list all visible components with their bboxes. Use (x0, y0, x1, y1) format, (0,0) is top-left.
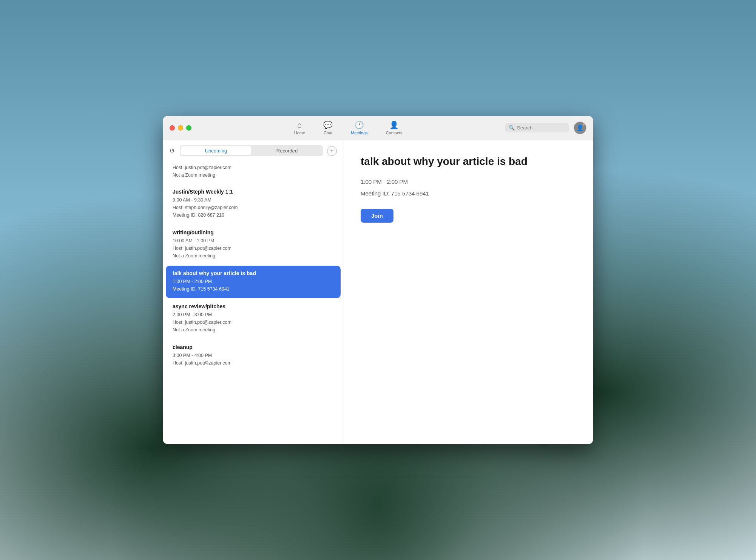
meeting-id-justin-steph: Meeting ID: 820 687 210 (173, 211, 334, 219)
list-item-writing[interactable]: writing/outlining 10:00 AM - 1:00 PM Hos… (166, 225, 341, 265)
list-item-partial: Host: justin.pot@zapier.com Not a Zoom m… (166, 162, 341, 183)
meeting-time-talk-article: 1:00 PM - 2:00 PM (173, 278, 334, 285)
meeting-not-zoom-writing: Not a Zoom meeting (173, 252, 334, 260)
meeting-host-cleanup: Host: justin.pot@zapier.com (173, 359, 334, 367)
add-meeting-button[interactable]: + (327, 146, 337, 156)
list-item-justin-steph[interactable]: Justin/Steph Weekly 1:1 9:00 AM - 9:30 A… (166, 184, 341, 224)
nav-tabs: ⌂ Home 💬 Chat 🕐 Meetings 👤 Contacts (191, 119, 505, 137)
meeting-host-async: Host: justin.pot@zapier.com (173, 318, 334, 326)
avatar-badge (583, 122, 586, 125)
avatar-image: 👤 (576, 124, 584, 131)
contacts-icon: 👤 (389, 120, 399, 129)
refresh-button[interactable]: ↺ (170, 147, 174, 154)
sidebar-header: ↺ Upcoming Recorded + (163, 140, 344, 162)
search-input[interactable] (517, 125, 562, 131)
segment-upcoming[interactable]: Upcoming (181, 146, 251, 155)
tab-chat-label: Chat (324, 131, 332, 135)
meeting-id-talk-article: Meeting ID: 715 5734 6941 (173, 285, 334, 293)
list-item-cleanup[interactable]: cleanup 3:00 PM - 4:00 PM Host: justin.p… (166, 340, 341, 372)
join-button[interactable]: Join (361, 209, 393, 223)
search-icon: 🔍 (509, 125, 515, 131)
meetings-icon: 🕐 (355, 120, 364, 129)
meeting-time-writing: 10:00 AM - 1:00 PM (173, 237, 334, 245)
segment-recorded[interactable]: Recorded (251, 146, 322, 155)
detail-time: 1:00 PM - 2:00 PM (361, 178, 577, 185)
tab-home-label: Home (294, 131, 305, 135)
avatar[interactable]: 👤 (574, 122, 586, 134)
meeting-meta-partial-zoom: Not a Zoom meeting (173, 171, 334, 179)
traffic-lights (170, 125, 191, 131)
detail-meeting-id: Meeting ID: 715 5734 6941 (361, 190, 577, 197)
meeting-title-talk-article: talk about why your article is bad (173, 270, 334, 276)
minimize-button[interactable] (178, 125, 183, 131)
tab-meetings[interactable]: 🕐 Meetings (347, 119, 372, 137)
meetings-list: Host: justin.pot@zapier.com Not a Zoom m… (163, 162, 344, 444)
meeting-title-cleanup: cleanup (173, 344, 334, 350)
detail-panel: talk about why your article is bad 1:00 … (344, 140, 593, 444)
list-item-async-review[interactable]: async review/pitches 2:00 PM - 3:00 PM H… (166, 299, 341, 339)
meeting-host-justin-steph: Host: steph.donily@zapier.com (173, 204, 334, 211)
meeting-time-cleanup: 3:00 PM - 4:00 PM (173, 352, 334, 359)
chat-icon: 💬 (323, 120, 333, 129)
main-content: ↺ Upcoming Recorded + Host: justin.pot@z… (163, 140, 593, 444)
tab-meetings-label: Meetings (351, 131, 368, 135)
tab-chat[interactable]: 💬 Chat (319, 119, 336, 137)
meeting-host-writing: Host: justin.pot@zapier.com (173, 245, 334, 252)
segment-control: Upcoming Recorded (180, 145, 323, 156)
tab-contacts-label: Contacts (386, 131, 402, 135)
detail-title: talk about why your article is bad (361, 155, 577, 168)
titlebar: ⌂ Home 💬 Chat 🕐 Meetings 👤 Contacts 🔍 (163, 116, 593, 140)
close-button[interactable] (170, 125, 175, 131)
meeting-title-writing: writing/outlining (173, 229, 334, 235)
meeting-title-justin-steph: Justin/Steph Weekly 1:1 (173, 189, 334, 195)
meeting-meta-partial-host: Host: justin.pot@zapier.com (173, 164, 334, 171)
meeting-time-justin-steph: 9:00 AM - 9:30 AM (173, 196, 334, 204)
maximize-button[interactable] (186, 125, 191, 131)
home-icon: ⌂ (297, 121, 302, 129)
sidebar: ↺ Upcoming Recorded + Host: justin.pot@z… (163, 140, 344, 444)
meeting-title-async: async review/pitches (173, 303, 334, 309)
list-item-talk-article[interactable]: talk about why your article is bad 1:00 … (166, 266, 341, 298)
app-window: ⌂ Home 💬 Chat 🕐 Meetings 👤 Contacts 🔍 (163, 116, 593, 444)
meeting-not-zoom-async: Not a Zoom meeting (173, 326, 334, 334)
tab-home[interactable]: ⌂ Home (290, 119, 309, 137)
search-box[interactable]: 🔍 (505, 123, 569, 132)
meeting-time-async: 2:00 PM - 3:00 PM (173, 311, 334, 318)
nav-right: 🔍 👤 (505, 122, 586, 134)
tab-contacts[interactable]: 👤 Contacts (382, 119, 406, 137)
